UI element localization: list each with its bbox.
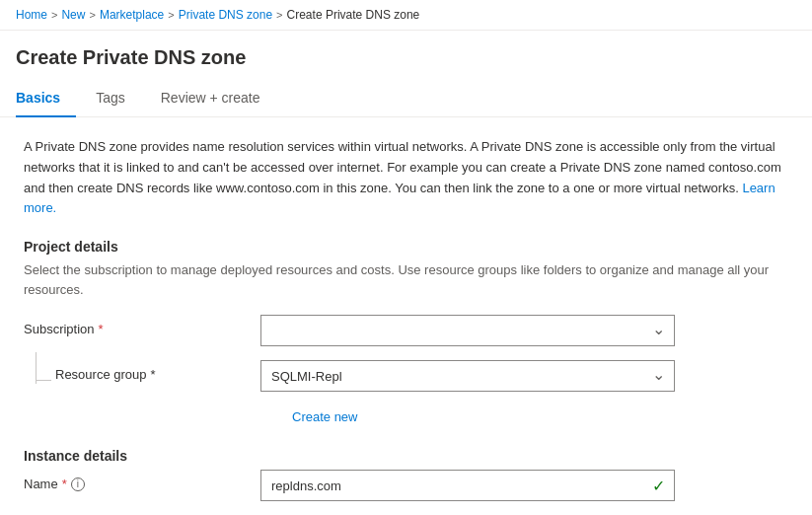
tab-tags[interactable]: Tags <box>96 82 141 117</box>
resource-group-select-wrapper: SQLMI-Repl <box>260 360 675 392</box>
resource-group-label: Resource group * <box>55 360 260 382</box>
page-title: Create Private DNS zone <box>0 31 812 81</box>
resource-group-control: SQLMI-Repl <box>260 360 675 392</box>
name-valid-icon: ✓ <box>652 477 665 495</box>
description-text: A Private DNS zone provides name resolut… <box>24 137 788 219</box>
name-field-row: Name * i ✓ <box>24 470 788 501</box>
breadcrumb-sep-2: > <box>89 9 95 21</box>
resource-group-required-marker: * <box>151 367 156 382</box>
content-area: A Private DNS zone provides name resolut… <box>0 117 812 515</box>
tab-review-create[interactable]: Review + create <box>161 82 276 117</box>
resource-group-select[interactable]: SQLMI-Repl <box>260 360 675 392</box>
subscription-field-row: Subscription * <box>24 315 788 346</box>
breadcrumb-sep-1: > <box>51 9 57 21</box>
breadcrumb-sep-3: > <box>168 9 174 21</box>
breadcrumb-marketplace[interactable]: Marketplace <box>100 8 164 22</box>
subscription-select[interactable] <box>260 315 675 346</box>
name-info-icon[interactable]: i <box>71 478 85 491</box>
name-control: ✓ <box>260 470 675 501</box>
project-details-subtitle: Select the subscription to manage deploy… <box>24 260 788 299</box>
subscription-label: Subscription * <box>24 315 260 336</box>
name-required-marker: * <box>62 477 67 491</box>
subscription-select-wrapper <box>260 315 675 346</box>
breadcrumb-home[interactable]: Home <box>16 8 47 22</box>
create-new-container: Create new <box>24 405 788 424</box>
breadcrumb-private-dns[interactable]: Private DNS zone <box>179 8 272 22</box>
create-new-link[interactable]: Create new <box>292 409 357 424</box>
subscription-control <box>260 315 675 346</box>
tab-basics[interactable]: Basics <box>16 82 76 117</box>
breadcrumb: Home > New > Marketplace > Private DNS z… <box>0 0 812 31</box>
project-details-title: Project details <box>24 239 788 255</box>
breadcrumb-new[interactable]: New <box>61 8 85 22</box>
tabs-container: Basics Tags Review + create <box>0 81 812 117</box>
name-input-wrapper: ✓ <box>260 470 675 501</box>
instance-details-title: Instance details <box>24 448 788 464</box>
breadcrumb-sep-4: > <box>276 9 282 21</box>
subscription-required-marker: * <box>99 322 104 336</box>
instance-details-section: Instance details Name * i ✓ Resource gro… <box>24 448 788 515</box>
resource-group-field-row: Resource group * SQLMI-Repl <box>24 360 788 392</box>
breadcrumb-current: Create Private DNS zone <box>287 8 420 22</box>
name-input[interactable] <box>260 470 675 501</box>
project-details-section: Project details Select the subscription … <box>24 239 788 424</box>
name-label: Name * i <box>24 470 260 491</box>
